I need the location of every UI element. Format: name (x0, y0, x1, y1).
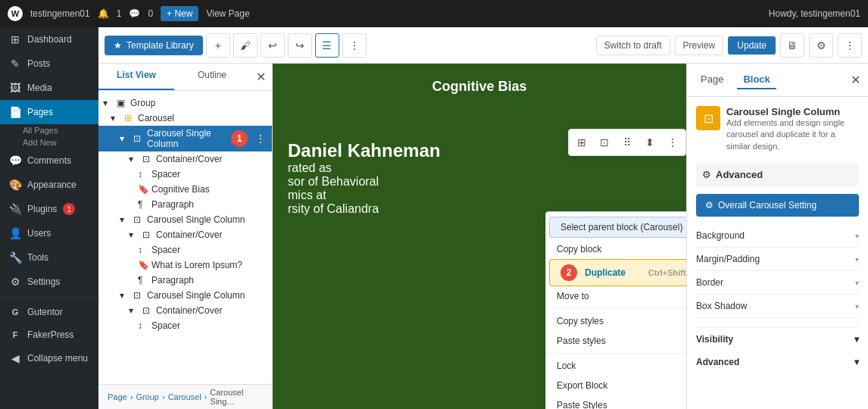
margin-padding-label: Margin/Padding (696, 254, 760, 264)
context-menu-duplicate[interactable]: 2 Duplicate Ctrl+Shift+D (549, 259, 686, 286)
tab-page[interactable]: Page (695, 70, 729, 89)
breadcrumb-carousel[interactable]: Carousel (168, 392, 201, 401)
tree-item-container-cover-1[interactable]: ▾ ⊡ Container/Cover (98, 151, 272, 167)
advanced-header[interactable]: ⚙ Advanced (696, 163, 859, 186)
collapse-icon: ◀ (9, 352, 21, 364)
sidebar-item-posts[interactable]: ✎ Posts (0, 52, 98, 76)
advanced-section-row[interactable]: Advanced ▾ (696, 351, 859, 373)
right-panel-body: ⊡ Carousel Single Column Add elements an… (687, 97, 868, 409)
tree-item-paragraph-1[interactable]: ¶ Paragraph (98, 197, 272, 212)
border-section[interactable]: Border ▾ (696, 271, 859, 295)
sidebar-item-comments[interactable]: 💬 Comments (0, 148, 98, 173)
breadcrumb-page[interactable]: Page (108, 392, 127, 401)
undo-button[interactable]: ↩ (261, 33, 285, 58)
dashboard-icon: ⊞ (9, 33, 21, 45)
editor-area: ★ Template Library + 🖌 ↩ ↪ ☰ ⋮ Switch to… (98, 27, 868, 409)
three-dot-menu[interactable]: ⋮ (254, 133, 267, 145)
users-icon: 👤 (9, 227, 21, 239)
settings-panel-button[interactable]: ⚙ (809, 33, 833, 58)
new-button[interactable]: + New (161, 6, 198, 21)
tree-item-paragraph-2[interactable]: ¶ Paragraph (98, 273, 272, 288)
up-down-icon[interactable]: ⬍ (639, 132, 660, 153)
update-button[interactable]: Update (728, 36, 776, 55)
desktop-view-button[interactable]: 🖥 (780, 33, 804, 58)
lock-label: Lock (557, 361, 576, 371)
comment-count: 0 (148, 8, 153, 19)
tab-outline[interactable]: Outline (174, 64, 250, 90)
left-panel: List View Outline ✕ ▾ ▣ Group ▾ ⊞ (98, 64, 273, 409)
visibility-label: Visibility (696, 334, 733, 345)
grid-icon[interactable]: ⠿ (617, 132, 638, 153)
sidebar-item-appearance[interactable]: 🎨 Appearance (0, 173, 98, 197)
tree-item-what-is-lorem[interactable]: 🔖 What is Lorem Ipsum? (98, 258, 272, 273)
sidebar-item-all-pages[interactable]: All Pages (0, 124, 98, 136)
context-menu-paste-styles[interactable]: Paste styles (546, 331, 686, 351)
sidebar-item-gutentor[interactable]: G Gutentor (0, 301, 98, 323)
visibility-section[interactable]: Visibility ▾ (696, 327, 859, 351)
background-section[interactable]: Background ▾ (696, 224, 859, 248)
tree-item-spacer-3[interactable]: ↕ Spacer (98, 318, 272, 333)
sidebar-item-tools[interactable]: 🔧 Tools (0, 245, 98, 270)
margin-padding-section[interactable]: Margin/Padding ▾ (696, 248, 859, 271)
tree-item-carousel-single-col-2[interactable]: ▾ ⊡ Carousel Single Column (98, 212, 272, 227)
tab-block[interactable]: Block (737, 70, 776, 89)
overall-carousel-setting-button[interactable]: ⚙ Overall Carousel Setting (696, 194, 859, 217)
menu-divider-2 (546, 353, 686, 354)
canvas-area[interactable]: ⊞ ⊡ ⠿ ⬍ ⋮ Cognitive Bias Daniel Kahneman… (273, 64, 686, 409)
tree-item-cognitive-bias[interactable]: 🔖 Cognitive Bias (98, 182, 272, 197)
pages-icon: 📄 (9, 106, 21, 118)
sidebar-item-collapse[interactable]: ◀ Collapse menu (0, 346, 98, 370)
advanced-section: ⚙ Advanced ⚙ Overall Carousel Setting Ba… (696, 163, 859, 318)
sidebar-item-settings[interactable]: ⚙ Settings (0, 270, 98, 294)
context-menu: Select parent block (Carousel) ⬆ Copy bl… (545, 211, 686, 409)
add-block-button[interactable]: + (206, 33, 230, 58)
right-panel-close-button[interactable]: ✕ (851, 73, 860, 87)
panel-close-button[interactable]: ✕ (250, 64, 272, 90)
sidebar-item-users[interactable]: 👤 Users (0, 221, 98, 245)
expand-icon: ▾ (120, 214, 130, 225)
step-1-badge: 1 (231, 130, 248, 147)
template-library-button[interactable]: ★ Template Library (105, 36, 203, 55)
brush-button[interactable]: 🖌 (233, 33, 258, 58)
tree-item-carousel-single-col-3[interactable]: ▾ ⊡ Carousel Single Column (98, 288, 272, 303)
background-label: Background (696, 230, 745, 241)
tree-item-spacer-1[interactable]: ↕ Spacer (98, 167, 272, 182)
kebab-menu-button[interactable]: ⋮ (838, 33, 862, 58)
sidebar-item-plugins[interactable]: 🔌 Plugins 1 (0, 197, 98, 221)
sidebar-item-dashboard[interactable]: ⊞ Dashboard (0, 27, 98, 52)
tree-item-container-cover-3[interactable]: ▾ ⊡ Container/Cover (98, 303, 272, 318)
context-menu-copy-styles[interactable]: Copy styles (546, 311, 686, 331)
tree-item-carousel[interactable]: ▾ ⊞ Carousel (98, 111, 272, 126)
visibility-chevron: ▾ (854, 334, 859, 345)
block-more-icon[interactable]: ⋮ (662, 132, 683, 153)
breadcrumb-group[interactable]: Group (136, 392, 159, 401)
context-menu-lock[interactable]: Lock 🔒 (546, 356, 686, 376)
switch-draft-button[interactable]: Switch to draft (596, 36, 670, 55)
context-menu-move-to[interactable]: Move to (546, 286, 686, 306)
tree-item-carousel-single-col-1[interactable]: ▾ ⊡ Carousel Single Column 1 ⋮ (98, 126, 272, 151)
context-menu-select-parent[interactable]: Select parent block (Carousel) ⬆ (549, 217, 686, 238)
preview-button[interactable]: Preview (675, 36, 724, 55)
sidebar-item-add-new[interactable]: Add New (0, 136, 98, 148)
sidebar-item-fakerpress[interactable]: F FakerPress (0, 323, 98, 346)
view-page-link[interactable]: View Page (206, 8, 249, 19)
redo-button[interactable]: ↪ (288, 33, 312, 58)
context-menu-export-block[interactable]: Export Block 📤 (546, 376, 686, 395)
tree-item-container-cover-2[interactable]: ▾ ⊡ Container/Cover (98, 227, 272, 242)
tree-item-group[interactable]: ▾ ▣ Group (98, 95, 272, 111)
paste-styles-label: Paste styles (557, 336, 606, 346)
tree-item-label: Paragraph (151, 199, 267, 210)
copy-block-label: Copy block (557, 244, 601, 254)
canvas-text-5: mics at (288, 189, 671, 202)
sidebar-item-pages[interactable]: 📄 Pages (0, 100, 98, 124)
sidebar-item-media[interactable]: 🖼 Media (0, 76, 98, 100)
more-options-button[interactable]: ⋮ (342, 33, 367, 58)
box-shadow-section[interactable]: Box Shadow ▾ (696, 295, 859, 318)
paragraph-icon: ¶ (138, 199, 148, 210)
context-menu-paste-styles-2[interactable]: Paste Styles 📋 (546, 395, 686, 409)
tree-item-spacer-2[interactable]: ↕ Spacer (98, 242, 272, 258)
list-view-button[interactable]: ☰ (315, 33, 339, 58)
context-menu-copy-block[interactable]: Copy block (546, 239, 686, 259)
tab-list-view[interactable]: List View (98, 64, 174, 90)
carousel-layout-icon[interactable]: ⊡ (594, 132, 615, 153)
